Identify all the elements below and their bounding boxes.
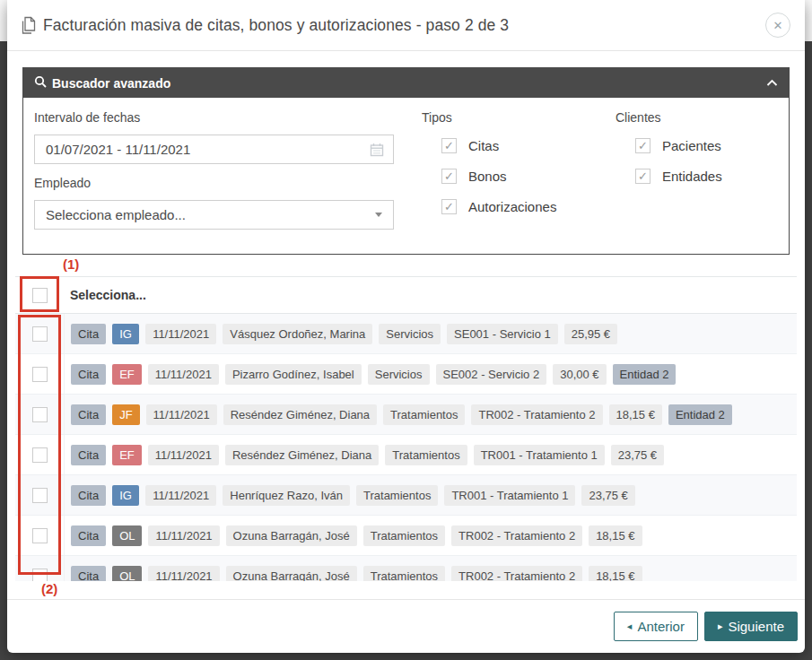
- date-badge: 11/11/2021: [148, 445, 219, 465]
- row-checkbox[interactable]: [32, 528, 48, 543]
- employee-initials-badge: EF: [112, 445, 142, 465]
- checkbox-option: ✓ Citas: [441, 138, 556, 153]
- employee-initials-badge: JF: [112, 404, 139, 425]
- category-badge: Tratamientos: [385, 445, 467, 465]
- date-range-value: 01/07/2021 - 11/11/2021: [46, 142, 190, 157]
- mass-billing-modal: Facturación masiva de citas, bonos y aut…: [7, 0, 805, 653]
- checkbox-option: ✓ Bonos: [441, 169, 556, 184]
- row-checkbox[interactable]: [32, 367, 48, 382]
- checkbox-label: Autorizaciones: [468, 199, 556, 214]
- type-badge: Cita: [71, 364, 106, 385]
- row-checkbox[interactable]: [32, 569, 48, 582]
- type-badge: Cita: [71, 525, 106, 546]
- price-badge: 18,15 €: [609, 404, 662, 425]
- category-badge: Servicios: [368, 364, 430, 385]
- type-badge: Cita: [71, 324, 106, 344]
- category-badge: Tratamientos: [356, 485, 438, 506]
- screen: Facturación masiva de citas, bonos y aut…: [0, 0, 812, 660]
- clients-label: Clientes: [616, 110, 722, 125]
- clients-group: Clientes ✓ Pacientes ✓ Entidades: [616, 110, 722, 199]
- copy-pages-icon: [20, 16, 37, 35]
- checkbox-checked[interactable]: ✓: [635, 169, 650, 184]
- patient-name-badge: Pizarro Godínez, Isabel: [225, 364, 362, 385]
- checkbox-checked[interactable]: ✓: [635, 138, 650, 153]
- item-badge: SE002 - Servicio 2: [436, 364, 547, 385]
- types-label: Tipos: [422, 110, 556, 125]
- patient-name-badge: Ozuna Barragán, José: [226, 525, 357, 546]
- employee-select[interactable]: Selecciona empleado...: [34, 200, 394, 230]
- checkbox-checked[interactable]: ✓: [441, 169, 457, 184]
- category-badge: Servicios: [379, 324, 441, 344]
- caret-down-icon: [375, 213, 382, 217]
- backdrop-patch: [805, 0, 812, 41]
- price-badge: 23,75 €: [581, 485, 634, 506]
- type-badge: Cita: [71, 445, 106, 465]
- employee-initials-badge: OL: [112, 525, 142, 546]
- anterior-button[interactable]: ◂ Anterior: [614, 612, 698, 641]
- category-badge: Tratamientos: [363, 566, 445, 582]
- item-badge: TR002 - Tratamiento 2: [471, 404, 602, 425]
- date-range-input[interactable]: 01/07/2021 - 11/11/2021: [34, 135, 394, 164]
- annotation-2: (2): [41, 581, 57, 596]
- advanced-search-panel: Buscador avanzado Intervalo de fechas 01…: [22, 67, 790, 255]
- entity-badge: Entidad 2: [668, 404, 732, 425]
- siguiente-label: Siguiente: [728, 619, 784, 634]
- price-badge: 18,15 €: [589, 566, 642, 582]
- table-row: Cita JF 11/11/2021 Reséndez Giménez, Dia…: [15, 395, 797, 435]
- table-row: Cita IG 11/11/2021 Vásquez Ordoñez, Mari…: [15, 314, 797, 354]
- employee-initials-badge: EF: [112, 364, 142, 385]
- date-badge: 11/11/2021: [145, 324, 216, 344]
- backdrop-patch: [0, 0, 7, 41]
- table-body: Cita IG 11/11/2021 Vásquez Ordoñez, Mari…: [15, 314, 797, 581]
- table-row: Cita OL 11/11/2021 Ozuna Barragán, José …: [15, 556, 797, 581]
- date-badge: 11/11/2021: [148, 566, 219, 582]
- calendar-icon[interactable]: [370, 143, 384, 157]
- select-all-checkbox[interactable]: [32, 288, 48, 303]
- modal-footer: ◂ Anterior ▸ Siguiente: [7, 599, 805, 653]
- table-row: Cita EF 11/11/2021 Pizarro Godínez, Isab…: [15, 354, 797, 395]
- chevron-up-icon[interactable]: [766, 79, 778, 87]
- item-badge: TR001 - Tratamiento 1: [444, 485, 575, 506]
- type-badge: Cita: [71, 485, 106, 506]
- checkbox-checked[interactable]: ✓: [441, 138, 457, 153]
- item-badge: TR002 - Tratamiento 2: [451, 525, 582, 546]
- date-badge: 11/11/2021: [146, 404, 217, 425]
- row-checkbox[interactable]: [32, 407, 48, 422]
- employee-initials-badge: IG: [112, 485, 139, 506]
- patient-name-badge: Henríquez Razo, Iván: [223, 485, 350, 506]
- row-checkbox[interactable]: [32, 326, 48, 342]
- patient-name-badge: Vásquez Ordoñez, Marina: [223, 324, 372, 344]
- siguiente-button[interactable]: ▸ Siguiente: [704, 612, 798, 641]
- employee-select-placeholder: Selecciona empleado...: [46, 207, 186, 222]
- date-badge: 11/11/2021: [148, 364, 219, 385]
- close-icon: ✕: [773, 19, 783, 32]
- checkbox-label: Entidades: [662, 169, 722, 184]
- checkbox-checked[interactable]: ✓: [441, 199, 457, 214]
- employee-initials-badge: OL: [112, 566, 142, 582]
- date-badge: 11/11/2021: [148, 525, 219, 546]
- item-badge: TR002 - Tratamiento 2: [451, 566, 582, 582]
- anterior-label: Anterior: [637, 619, 685, 634]
- employee-initials-badge: IG: [112, 324, 139, 344]
- checkbox-option: ✓ Autorizaciones: [441, 199, 556, 214]
- left-arrow-icon: ◂: [627, 621, 633, 632]
- row-checkbox[interactable]: [32, 447, 48, 463]
- checkbox-option: ✓ Pacientes: [635, 138, 722, 153]
- price-badge: 25,95 €: [564, 324, 617, 344]
- item-badge: TR001 - Tratamiento 1: [474, 445, 605, 465]
- type-badge: Cita: [71, 566, 106, 582]
- right-arrow-icon: ▸: [718, 621, 723, 632]
- checkbox-label: Pacientes: [662, 138, 721, 153]
- close-button[interactable]: ✕: [765, 13, 790, 38]
- annotation-1: (1): [63, 256, 79, 272]
- search-icon: [34, 75, 47, 91]
- modal-title: Facturación masiva de citas, bonos y aut…: [43, 16, 509, 35]
- patient-name-badge: Reséndez Giménez, Diana: [225, 445, 379, 465]
- advanced-search-toggle[interactable]: Buscador avanzado: [23, 68, 789, 98]
- price-badge: 18,15 €: [589, 525, 642, 546]
- panel-title: Buscador avanzado: [52, 76, 170, 91]
- employee-label: Empleado: [34, 176, 91, 190]
- date-range-label: Intervalo de fechas: [34, 110, 140, 125]
- row-checkbox[interactable]: [32, 488, 48, 503]
- category-badge: Tratamientos: [383, 404, 465, 425]
